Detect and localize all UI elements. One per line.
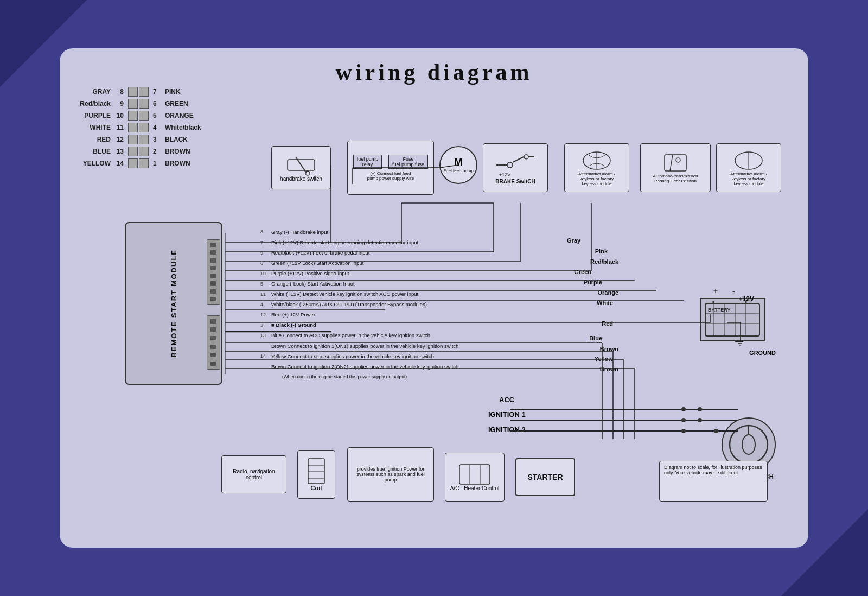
pin-num: 13 (114, 148, 126, 155)
coil-box: Coil (297, 450, 335, 499)
svg-rect-29 (308, 459, 324, 484)
pin-num: 2 (151, 148, 163, 155)
pin-label: RED (76, 136, 114, 143)
svg-point-82 (681, 429, 686, 433)
handbrake-switch-box: handbrake switch (271, 146, 331, 189)
pin-label: PINK (163, 88, 206, 96)
pin-num: 12 (114, 136, 126, 143)
svg-text:+: + (713, 287, 718, 295)
wire-line: 5 Orange (-Lock) Start Activation Input (260, 279, 458, 289)
wire-line: (When during the engine started this pow… (260, 372, 458, 381)
auto-trans-label: Automatic-transmissionParking Gear Posit… (653, 174, 698, 183)
module-label: REMOTE START MODULE (170, 249, 178, 358)
coil-label: Coil (311, 485, 322, 491)
aftermarket-alarm1-box: Aftermarket alarm /keyless or factorykey… (564, 143, 629, 192)
auto-trans-box: Automatic-transmissionParking Gear Posit… (640, 143, 711, 192)
wire-line: 12 Red (+) 12V Power (260, 310, 458, 320)
svg-text:-: - (732, 287, 735, 295)
svg-point-85 (714, 429, 718, 433)
color-blue: Blue (589, 335, 602, 341)
pin-num: 9 (114, 100, 126, 107)
brake-switch-label: BRAKE SwitCH (495, 179, 535, 185)
plus12v-label: +12V (739, 295, 754, 303)
color-red: Red (602, 320, 613, 327)
pin-num: 7 (151, 88, 163, 96)
pin-row: RED 12 3 BLACK (76, 134, 217, 145)
radio-label: Radio, navigation control (226, 468, 282, 480)
pin-label: PURPLE (76, 112, 114, 119)
pin-label: Red/black (76, 100, 114, 107)
color-red-black: Red/black (590, 258, 618, 265)
color-yellow: Yellow (595, 356, 613, 362)
wire-line: 3 ■ Black (-) Ground (260, 320, 458, 330)
pin-num: 6 (151, 100, 163, 107)
pin-label: WHITE (76, 124, 114, 131)
color-green: Green (574, 269, 591, 275)
pin-connector-table: GRAY 8 7 PINK Red/black 9 6 GREEN PURPLE… (76, 86, 217, 170)
pin-row: Red/black 9 6 GREEN (76, 98, 217, 109)
ac-heater-box: A/C - Heater Control (445, 453, 505, 502)
note-label: Diagram not to scale, for illustration p… (664, 465, 762, 475)
pin-label: ORANGE (163, 112, 206, 119)
aftermarket2-label: Aftermarket alarm /keyless or factorykey… (730, 172, 767, 186)
radio-box: Radio, navigation control (221, 455, 286, 493)
wire-line: 10 Purple (+12V) Positive signa input (260, 269, 458, 278)
aftermarket1-label: Aftermarket alarm /keyless or factorykey… (578, 172, 615, 186)
wire-line: 4 White/black (-250mA) AUX OUTPUT(Transp… (260, 300, 458, 309)
wire-line: Brown Connect to ignition 2(ON2) supplie… (260, 362, 458, 372)
pin-label: White/black (163, 124, 206, 131)
svg-rect-33 (459, 465, 490, 484)
handbrake-label: handbrake switch (280, 176, 322, 182)
color-purple: Purple (584, 279, 602, 286)
pin-label: BLUE (76, 148, 114, 155)
svg-point-80 (681, 407, 686, 411)
color-white: White (597, 300, 613, 306)
fuel-pump-relay-label: fuel pumprelay (353, 155, 382, 169)
svg-line-12 (670, 155, 673, 171)
svg-text:+12V: +12V (499, 172, 510, 177)
pin-num: 11 (114, 124, 126, 131)
provides-label: provides true Ignition Power for systems… (352, 466, 429, 483)
pin-num: 3 (151, 136, 163, 143)
pin-row: YELLOW 14 1 BROWN (76, 158, 217, 169)
ignition2-label: IGNITION 2 (488, 426, 526, 434)
wire-line: 6 Green (+12V Lock) Start Activation Inp… (260, 258, 458, 268)
color-gray: Gray (567, 237, 580, 244)
pin-num: 14 (114, 160, 126, 167)
ground-label: GROUND (749, 350, 776, 356)
wire-labels-section: 8 Gray (-) Handbrake input 7 Pink (+12V)… (260, 227, 458, 382)
svg-text:BATTERY: BATTERY (708, 307, 731, 313)
pin-label: BLACK (163, 136, 206, 143)
svg-point-27 (742, 435, 755, 454)
diagram-title: wiring diagram (76, 59, 792, 85)
pin-num: 8 (114, 88, 126, 96)
wire-line: 7 Pink (+12V) Remote start engine runnin… (260, 238, 458, 248)
pin-label: GRAY (76, 88, 114, 96)
wire-line: Brown Connect to ignition 1(ON1) supplie… (260, 341, 458, 351)
svg-line-5 (513, 157, 524, 162)
fuse-label: Fusefuel pump fuse (388, 155, 428, 169)
note-box: Diagram not to scale, for illustration p… (659, 461, 768, 502)
pin-row: WHITE 11 4 White/black (76, 122, 217, 133)
svg-rect-11 (665, 155, 686, 171)
ignition-power-box: provides true Ignition Power for systems… (347, 447, 434, 502)
acc-label: ACC (499, 396, 514, 404)
pin-num: 1 (151, 160, 163, 167)
battery-box: BATTERY (700, 298, 765, 341)
starter-box: STARTER (515, 458, 575, 496)
wire-line: 11 White (+12V) Detect vehicle key ignit… (260, 289, 458, 299)
color-brown2: Brown (600, 366, 618, 372)
wire-line: 8 Gray (-) Handbrake input (260, 227, 458, 237)
svg-point-83 (698, 407, 702, 411)
pin-row: GRAY 8 7 PINK (76, 86, 217, 97)
fuel-feed-label: Fuel feed pump (443, 168, 474, 173)
aftermarket-alarm2-box: Aftermarket alarm /keyless or factorykey… (716, 143, 781, 192)
pin-row: PURPLE 10 5 ORANGE (76, 110, 217, 121)
pin-label: BROWN (163, 148, 206, 155)
svg-point-81 (681, 418, 686, 422)
color-pink: Pink (595, 248, 608, 255)
starter-label: STARTER (527, 473, 563, 481)
diagram-card: wiring diagram GRAY 8 7 PINK Red/black 9… (60, 48, 808, 548)
ac-heater-label: A/C - Heater Control (450, 485, 500, 491)
pin-num: 5 (151, 112, 163, 119)
